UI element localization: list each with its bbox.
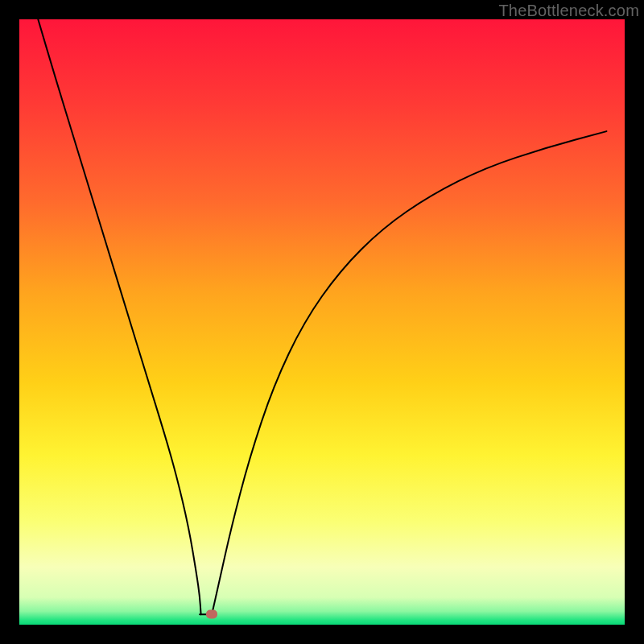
curve-canvas xyxy=(19,19,625,625)
watermark-text: TheBottleneck.com xyxy=(498,2,639,20)
chart-frame: TheBottleneck.com xyxy=(0,0,644,644)
bottleneck-marker xyxy=(206,610,217,619)
